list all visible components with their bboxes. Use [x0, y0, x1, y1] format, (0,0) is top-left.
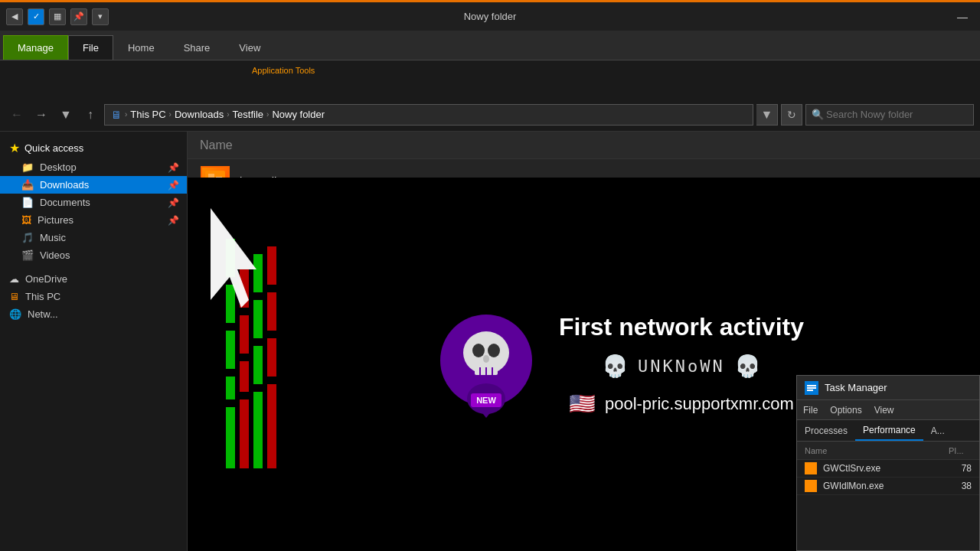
- sidebar-item-network[interactable]: 🌐 Netw...: [0, 305, 187, 323]
- task-manager-tabs: Processes Performance A...: [797, 420, 979, 442]
- tm-col-pid: PI...: [949, 446, 972, 455]
- svg-rect-7: [226, 285, 235, 323]
- checkbox-btn[interactable]: ✓: [28, 8, 44, 25]
- onedrive-label: OneDrive: [25, 273, 67, 285]
- forward-button[interactable]: →: [31, 104, 52, 126]
- pool-url: pool-pric.supportxmr.com: [605, 393, 794, 413]
- sidebar-item-downloads[interactable]: 📥 Downloads 📌: [0, 176, 187, 194]
- svg-rect-16: [253, 254, 263, 292]
- main-layout: ★ Quick access 📁 Desktop 📌 📥 Downloads 📌…: [0, 132, 980, 551]
- tm-tab-performance[interactable]: Performance: [855, 420, 923, 441]
- pictures-folder-icon: 🖼: [21, 214, 31, 226]
- documents-label: Documents: [40, 197, 90, 208]
- svg-rect-13: [253, 392, 263, 468]
- svg-text:NEW: NEW: [476, 396, 496, 405]
- documents-folder-icon: 📄: [21, 197, 34, 208]
- svg-rect-18: [267, 338, 276, 377]
- unknown-row: 💀 UNKNoWN 💀: [602, 354, 761, 379]
- sidebar-item-onedrive[interactable]: ☁ OneDrive: [0, 270, 187, 288]
- tm-process-name-2: GWIdlMon.exe: [823, 481, 946, 491]
- network-label: Netw...: [28, 308, 58, 320]
- back-button[interactable]: ←: [6, 104, 28, 126]
- address-box[interactable]: 🖥 › This PC › Downloads › Testfile › Now…: [104, 104, 753, 126]
- tm-tab-processes[interactable]: Processes: [797, 420, 855, 441]
- app-tools-label: Application Tools: [245, 64, 322, 77]
- videos-folder-icon: 🎬: [21, 249, 34, 261]
- url-row: 🇺🇸 pool-pric.supportxmr.com: [569, 391, 794, 416]
- column-header: Name: [188, 132, 980, 159]
- skull-icon-1: 💀: [602, 354, 629, 379]
- ribbon-tabs: Manage File Home Share View Application …: [0, 31, 980, 60]
- svg-rect-4: [226, 407, 235, 468]
- tm-row-gwidlmon[interactable]: GWIdlMon.exe 38: [797, 478, 979, 495]
- quick-access-label: Quick access: [24, 142, 83, 154]
- tm-tab-more[interactable]: A...: [923, 420, 952, 441]
- sidebar-item-videos[interactable]: 🎬 Videos: [0, 246, 187, 264]
- addr-this-pc: This PC: [130, 109, 165, 120]
- tab-view[interactable]: View: [224, 35, 275, 60]
- search-input[interactable]: [805, 104, 974, 126]
- sidebar: ★ Quick access 📁 Desktop 📌 📥 Downloads 📌…: [0, 132, 188, 551]
- svg-rect-17: [267, 384, 276, 468]
- address-dropdown-button[interactable]: ▼: [756, 104, 778, 126]
- title-bar: ◀ ✓ ▦ 📌 ▾ Nowy folder —: [0, 0, 980, 31]
- star-icon: ★: [9, 141, 20, 155]
- svg-point-24: [472, 344, 485, 357]
- svg-rect-14: [253, 346, 263, 384]
- tm-process-pid-1: 78: [949, 463, 972, 474]
- unknown-text: UNKNoWN: [638, 357, 725, 376]
- ribbon-content: [0, 60, 980, 98]
- minimize-button[interactable]: —: [945, 2, 980, 32]
- col-name-label: Name: [200, 139, 233, 152]
- chart-overlay: [188, 178, 410, 551]
- svg-rect-10: [240, 361, 249, 392]
- tm-row-gwctlsrv[interactable]: GWCtlSrv.exe 78: [797, 460, 979, 478]
- tm-process-icon-2: [805, 480, 817, 492]
- svg-rect-36: [807, 385, 816, 386]
- sidebar-item-documents[interactable]: 📄 Documents 📌: [0, 194, 187, 211]
- window-title: Nowy folder: [464, 11, 517, 22]
- pictures-label: Pictures: [38, 214, 74, 226]
- address-icon: 🖥: [111, 109, 122, 121]
- tm-menu-options[interactable]: Options: [830, 405, 861, 416]
- svg-rect-11: [240, 315, 249, 354]
- sidebar-item-music[interactable]: 🎵 Music: [0, 229, 187, 246]
- sidebar-quick-access[interactable]: ★ Quick access: [0, 138, 187, 158]
- pin-btn[interactable]: 📌: [70, 8, 87, 25]
- skull-icon-2: 💀: [734, 354, 761, 379]
- tab-home[interactable]: Home: [113, 35, 169, 60]
- network-card: First network activity 💀 UNKNoWN 💀 🇺🇸 po…: [536, 298, 827, 432]
- tab-share[interactable]: Share: [169, 35, 225, 60]
- sidebar-item-pictures[interactable]: 🖼 Pictures 📌: [0, 211, 187, 229]
- svg-point-26: [483, 355, 489, 363]
- svg-rect-15: [253, 300, 263, 338]
- tm-menu-file[interactable]: File: [803, 405, 818, 416]
- svg-rect-38: [807, 390, 813, 391]
- skull-logo: NEW: [433, 311, 540, 418]
- back-btn[interactable]: ◀: [6, 8, 23, 25]
- music-folder-icon: 🎵: [21, 232, 34, 243]
- music-label: Music: [40, 232, 66, 243]
- up-button[interactable]: ↑: [80, 104, 101, 126]
- svg-rect-9: [240, 399, 249, 468]
- sidebar-item-this-pc[interactable]: 🖥 This PC: [0, 288, 187, 305]
- folder-view-btn[interactable]: ▦: [49, 8, 66, 25]
- tm-menu-view[interactable]: View: [874, 405, 894, 416]
- svg-rect-37: [807, 387, 816, 389]
- dropdown-arrow-btn[interactable]: ▾: [92, 8, 109, 25]
- tab-file[interactable]: File: [68, 35, 113, 60]
- svg-rect-19: [267, 292, 276, 331]
- network-details: 💀 UNKNoWN 💀 🇺🇸 pool-pric.supportxmr.com: [559, 354, 804, 416]
- svg-rect-20: [267, 246, 276, 285]
- tab-manage[interactable]: Manage: [3, 35, 68, 60]
- dropdown-button[interactable]: ▼: [55, 104, 77, 126]
- tm-col-name: Name: [805, 446, 949, 455]
- tm-process-name-1: GWCtlSrv.exe: [823, 463, 946, 474]
- pin-icon-downloads: 📌: [168, 180, 179, 191]
- this-pc-icon: 🖥: [9, 291, 19, 302]
- sidebar-item-desktop[interactable]: 📁 Desktop 📌: [0, 158, 187, 176]
- refresh-button[interactable]: ↻: [781, 104, 802, 126]
- flag-icon: 🇺🇸: [569, 391, 596, 416]
- onedrive-icon: ☁: [9, 273, 19, 285]
- ribbon: Manage File Home Share View Application …: [0, 31, 980, 98]
